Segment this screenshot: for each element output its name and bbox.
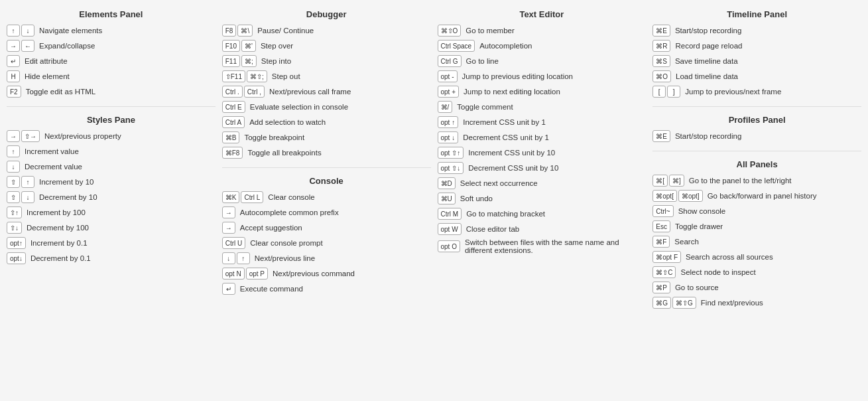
keyboard-key: opt ↓ (438, 131, 459, 143)
section-divider (652, 106, 861, 107)
key-combo: ↵ (222, 283, 235, 295)
keyboard-key: F11 (222, 55, 240, 67)
shortcut-description: Go to matching bracket (466, 210, 646, 218)
keyboard-key: → (7, 40, 20, 52)
shortcut-row: ⌘opt FSearch across all sources (652, 251, 861, 263)
shortcut-description: Find next/previous (701, 299, 861, 307)
section-divider (652, 151, 861, 151)
shortcut-description: Start/stop recording (675, 132, 861, 140)
keyboard-key: ↵ (7, 55, 20, 67)
key-combo: ⌘E (652, 25, 670, 37)
section-title: Text Editor (438, 9, 647, 19)
shortcut-row: opt ⇧↓Decrement CSS unit by 10 (438, 162, 647, 174)
keyboard-key: ↓ (21, 191, 34, 203)
key-combo: ⌘opt[⌘opt] (652, 190, 702, 202)
shortcut-row: →←Expand/collapse (7, 40, 216, 52)
shortcut-description: Next/previous line (255, 254, 431, 262)
key-combo: opt ↓ (438, 131, 459, 143)
keyboard-key: opt↑ (7, 237, 26, 249)
shortcut-description: Autocomplete common prefix (240, 208, 431, 216)
keyboard-key: F2 (7, 86, 21, 98)
shortcut-row: F8⌘\Pause/ Continue (222, 25, 431, 37)
shortcut-row: ⇧↓Decrement by 100 (7, 222, 216, 234)
keyboard-key: Ctrl M (438, 208, 462, 220)
shortcut-description: Increment by 100 (27, 208, 216, 216)
key-combo: ⌘E (652, 130, 670, 142)
key-combo: F10⌘' (222, 40, 256, 52)
keyboard-key: ↑ (7, 25, 20, 37)
shortcut-row: ⌘F8Toggle all breakpoints (222, 147, 431, 159)
shortcut-row: ↓Decrement value (7, 161, 216, 173)
main-container: Elements Panel↑↓Navigate elements→←Expan… (7, 7, 861, 312)
key-combo: F2 (7, 86, 21, 98)
keyboard-key: ⌘opt] (678, 190, 703, 202)
key-combo: ⌘[⌘] (652, 175, 684, 187)
keyboard-key: ⌘F8 (222, 147, 243, 159)
shortcut-description: Increment value (25, 147, 216, 155)
key-combo: ⇧↑ (7, 176, 34, 188)
keyboard-key: Ctrl G (438, 55, 462, 67)
key-combo: → (222, 206, 235, 218)
keyboard-key: ⌘S (652, 55, 670, 67)
shortcut-description: Close editor tab (466, 225, 647, 233)
keyboard-key: ↑ (237, 252, 250, 264)
key-combo: Ctrl E (222, 101, 245, 113)
shortcut-description: Toggle drawer (675, 222, 861, 230)
shortcut-row: []Jump to previous/next frame (652, 86, 861, 98)
keyboard-key: opt P (246, 268, 268, 280)
key-combo: opt ↑ (438, 116, 459, 128)
keyboard-key: H (7, 70, 20, 82)
key-combo: Ctrl M (438, 208, 462, 220)
shortcut-description: Clear console (268, 193, 430, 201)
keyboard-key: opt N (222, 268, 245, 280)
keyboard-key: ⌘\ (237, 25, 253, 37)
key-combo: ⇧↓ (7, 191, 34, 203)
keyboard-key: ⌘[ (652, 175, 668, 187)
shortcut-row: ⌘BToggle breakpoint (222, 131, 431, 143)
keyboard-key: ↓ (7, 161, 20, 173)
keyboard-key: ⌘E (652, 25, 670, 37)
shortcut-row: ⌘opt[⌘opt]Go back/forward in panel histo… (652, 190, 861, 202)
shortcut-row: ⌘EStart/stop recording (652, 25, 861, 37)
shortcut-description: Go to the panel to the left/right (689, 177, 861, 185)
shortcut-description: Pause/ Continue (257, 27, 430, 35)
key-combo: ⌘⇧O (438, 25, 462, 37)
shortcut-row: ⌘[⌘]Go to the panel to the left/right (652, 175, 861, 187)
keyboard-key: ⌘/ (438, 101, 453, 113)
key-combo: opt ⇧↓ (438, 162, 464, 174)
key-combo: ⇧F11⌘⇧; (222, 70, 267, 82)
keyboard-key: → (222, 222, 235, 234)
shortcut-description: Save timeline data (675, 57, 861, 65)
key-combo: ⌘S (652, 55, 670, 67)
shortcut-row: →Accept suggestion (222, 222, 431, 234)
keyboard-key: [ (652, 86, 666, 98)
keyboard-key: ↵ (222, 283, 235, 295)
column-texteditor: Text Editor⌘⇧OGo to memberCtrl SpaceAuto… (438, 7, 647, 312)
shortcut-row: Ctrl EEvaluate selection in console (222, 101, 431, 113)
key-combo: H (7, 70, 20, 82)
shortcut-row: Ctrl MGo to matching bracket (438, 208, 647, 220)
key-combo: ⌘F8 (222, 147, 243, 159)
section-divider (222, 167, 431, 168)
keyboard-key: → (7, 130, 20, 142)
shortcut-description: Start/stop recording (675, 27, 861, 35)
shortcut-row: opt ⇧↑Increment CSS unit by 10 (438, 147, 647, 159)
keyboard-key: opt O (438, 240, 460, 252)
keyboard-key: ] (667, 86, 680, 98)
shortcut-row: ⌘G⌘⇧GFind next/previous (652, 297, 861, 309)
shortcut-description: Toggle edit as HTML (26, 88, 216, 96)
shortcut-description: Search across all sources (686, 253, 861, 261)
key-combo: ↓↑ (222, 252, 250, 264)
keyboard-key: ⌘⇧G (672, 297, 696, 309)
shortcut-row: opt WClose editor tab (438, 223, 647, 235)
key-combo: opt ⇧↑ (438, 147, 464, 159)
section-title: Elements Panel (7, 9, 216, 19)
shortcut-row: ⇧↑Increment by 100 (7, 206, 216, 218)
shortcut-row: ⌘FSearch (652, 236, 861, 248)
key-combo: Esc (652, 220, 670, 232)
keyboard-key: ⌘B (222, 131, 240, 143)
key-combo: F8⌘\ (222, 25, 253, 37)
shortcut-row: opt↑Increment by 0.1 (7, 237, 216, 249)
keyboard-key: Ctrl . (222, 86, 243, 98)
shortcut-row: opt -Jump to previous editing location (438, 70, 647, 82)
